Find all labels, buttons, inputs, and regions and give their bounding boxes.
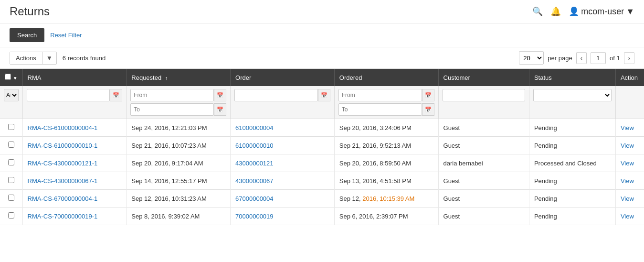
order-link[interactable]: 43000000067 — [235, 177, 274, 185]
per-page-label: per page — [548, 55, 572, 62]
calendar-icon-req-from[interactable]: 📅 — [214, 89, 226, 101]
row-checkbox[interactable] — [8, 124, 14, 130]
filter-rma-input[interactable] — [27, 89, 110, 101]
row-order: 67000000004 — [231, 190, 335, 207]
row-checkbox[interactable] — [8, 195, 14, 201]
filter-requested-from-input[interactable] — [130, 89, 214, 101]
row-checkbox[interactable] — [8, 159, 14, 165]
row-customer: Guest — [438, 137, 529, 154]
filter-any-select[interactable]: Any — [4, 89, 19, 101]
order-link[interactable]: 43000000121 — [235, 160, 274, 167]
bell-icon[interactable]: 🔔 — [550, 6, 561, 17]
rma-link[interactable]: RMA-CS-43000000067-1 — [28, 177, 98, 185]
row-action: View — [615, 172, 644, 190]
calendar-icon-ord-from[interactable]: 📅 — [422, 89, 434, 101]
rma-link[interactable]: RMA-CS-67000000004-1 — [28, 195, 98, 202]
filter-ordered-from-input[interactable] — [338, 89, 422, 101]
pagination-prev-button[interactable]: ‹ — [576, 52, 587, 64]
filter-cell-action — [615, 86, 644, 119]
row-rma: RMA-CS-67000000004-1 — [22, 190, 127, 207]
view-link[interactable]: View — [621, 142, 634, 149]
row-checkbox-cell — [0, 207, 22, 225]
actions-button[interactable]: Actions — [10, 52, 42, 64]
filter-cell-status: Pending Processed and Closed — [529, 86, 615, 119]
row-customer: Guest — [438, 119, 529, 137]
row-action: View — [615, 190, 644, 207]
row-rma: RMA-CS-43000000067-1 — [22, 172, 127, 190]
order-link[interactable]: 70000000019 — [235, 213, 274, 220]
page-title: Returns — [10, 5, 50, 18]
calendar-icon-order[interactable]: 📅 — [318, 89, 330, 101]
row-requested: Sep 8, 2016, 9:39:02 AM — [127, 207, 231, 225]
data-table: ▼ RMA Requested ↑ Order Ordered Customer… — [0, 69, 644, 225]
view-link[interactable]: View — [621, 124, 634, 131]
row-checkbox-cell — [0, 119, 22, 137]
th-action: Action — [615, 69, 644, 86]
row-checkbox[interactable] — [8, 142, 14, 148]
filter-cell-rma: 📅 — [22, 86, 127, 119]
view-link[interactable]: View — [621, 160, 634, 167]
filter-customer-input[interactable] — [443, 89, 525, 101]
row-ordered: Sep 20, 2016, 3:24:06 PM — [334, 119, 438, 137]
filter-requested-to-input[interactable] — [130, 103, 214, 116]
filter-order-input[interactable] — [234, 89, 318, 101]
row-ordered: Sep 21, 2016, 9:52:13 AM — [334, 137, 438, 154]
row-requested: Sep 14, 2016, 12:55:17 PM — [127, 172, 231, 190]
th-rma: RMA — [22, 69, 127, 86]
row-order: 61000000004 — [231, 119, 335, 137]
reset-filter-link[interactable]: Reset Filter — [50, 32, 82, 39]
view-link[interactable]: View — [621, 177, 634, 185]
row-checkbox-cell — [0, 190, 22, 207]
actions-dropdown-button[interactable]: ▼ — [42, 52, 56, 64]
row-status: Pending — [529, 190, 615, 207]
user-menu[interactable]: 👤 mcom-user ▼ — [569, 6, 634, 17]
user-label: mcom-user — [581, 7, 624, 17]
row-rma: RMA-CS-43000000121-1 — [22, 154, 127, 172]
filter-status-select[interactable]: Pending Processed and Closed — [533, 89, 612, 101]
calendar-icon-req-to[interactable]: 📅 — [214, 103, 226, 116]
table-filter-row: Any 📅 📅 📅 — [0, 86, 644, 119]
table-body: RMA-CS-61000000004-1Sep 24, 2016, 12:21:… — [0, 119, 644, 225]
view-link[interactable]: View — [621, 195, 634, 202]
list-toolbar-right: 20 50 100 per page ‹ 1 of 1 › — [519, 51, 634, 65]
row-customer: daria bernabei — [438, 154, 529, 172]
row-customer: Guest — [438, 207, 529, 225]
view-link[interactable]: View — [621, 213, 634, 220]
row-order: 43000000067 — [231, 172, 335, 190]
th-ordered: Ordered — [334, 69, 438, 86]
th-requested[interactable]: Requested ↑ — [127, 69, 231, 86]
pagination-next-button[interactable]: › — [624, 52, 634, 64]
search-button[interactable]: Search — [10, 28, 44, 42]
order-link[interactable]: 61000000004 — [235, 124, 274, 131]
table-row: RMA-CS-67000000004-1Sep 12, 2016, 10:31:… — [0, 190, 644, 207]
rma-link[interactable]: RMA-CS-61000000010-1 — [28, 142, 98, 149]
user-icon: 👤 — [569, 6, 579, 17]
chevron-down-icon[interactable]: ▼ — [13, 76, 18, 81]
row-rma: RMA-CS-70000000019-1 — [22, 207, 127, 225]
row-order: 43000000121 — [231, 154, 335, 172]
row-requested: Sep 12, 2016, 10:31:23 AM — [127, 190, 231, 207]
rma-link[interactable]: RMA-CS-70000000019-1 — [28, 213, 98, 220]
row-checkbox-cell — [0, 154, 22, 172]
calendar-icon-rma[interactable]: 📅 — [110, 89, 122, 101]
order-link[interactable]: 61000000010 — [235, 142, 274, 149]
row-checkbox[interactable] — [8, 177, 14, 183]
rma-link[interactable]: RMA-CS-43000000121-1 — [28, 160, 98, 167]
pagination-of: of 1 — [610, 55, 620, 62]
row-customer: Guest — [438, 172, 529, 190]
row-ordered: Sep 13, 2016, 4:51:58 PM — [334, 172, 438, 190]
top-bar-icons: 🔍 🔔 👤 mcom-user ▼ — [532, 6, 634, 17]
rma-link[interactable]: RMA-CS-61000000004-1 — [28, 124, 98, 131]
calendar-icon-ord-to[interactable]: 📅 — [422, 103, 434, 116]
row-ordered: Sep 12, 2016, 10:15:39 AM — [334, 190, 438, 207]
filter-ordered-to-input[interactable] — [338, 103, 422, 116]
records-count: 6 records found — [63, 55, 106, 62]
select-all-checkbox[interactable] — [5, 74, 11, 80]
search-icon[interactable]: 🔍 — [532, 6, 543, 17]
row-checkbox-cell — [0, 137, 22, 154]
order-link[interactable]: 67000000004 — [235, 195, 274, 202]
per-page-select[interactable]: 20 50 100 — [519, 51, 544, 65]
row-checkbox[interactable] — [8, 212, 14, 218]
row-action: View — [615, 137, 644, 154]
row-status: Pending — [529, 172, 615, 190]
